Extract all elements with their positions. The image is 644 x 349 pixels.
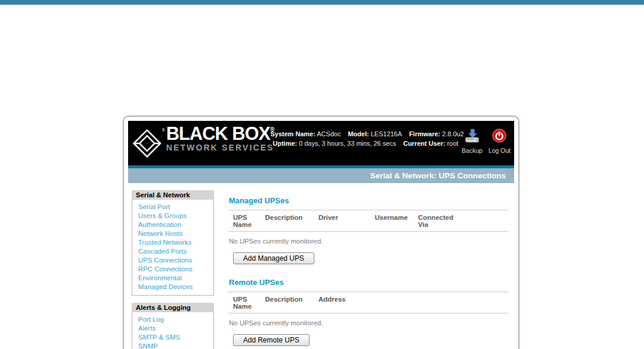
sidebar-section-title: Alerts & Logging: [132, 303, 214, 312]
column-description: Description: [265, 296, 318, 303]
uptime-label: Uptime:: [273, 140, 297, 147]
main-content: Managed UPSes UPS Name Description Drive…: [228, 183, 508, 346]
brand-name: BLACK BOX®: [166, 124, 275, 143]
column-ups-name: UPS Name: [233, 214, 265, 228]
managed-upses-heading: Managed UPSes: [229, 196, 508, 205]
sidebar-item-cascaded-ports[interactable]: Cascaded Ports: [132, 246, 213, 255]
divider: [228, 231, 508, 232]
firmware-label: Firmware:: [409, 130, 441, 137]
sidebar-section-alerts-logging: Alerts & Logging Port Log Alerts SMTP & …: [132, 303, 214, 349]
masthead: ® BLACK BOX® NETWORK SERVICES System Nam…: [128, 121, 514, 165]
brand-diamond-icon: [133, 129, 161, 160]
sidebar-item-smtp-sms[interactable]: SMTP & SMS: [132, 332, 213, 341]
sidebar-section-title: Serial & Network: [132, 190, 214, 200]
page-top-bar: [0, 0, 644, 5]
column-ups-name: UPS Name: [233, 296, 265, 310]
sidebar-item-trusted-networks[interactable]: Trusted Networks: [132, 238, 213, 246]
logout-icon[interactable]: [492, 129, 506, 145]
remote-upses-heading: Remote UPSes: [229, 278, 508, 287]
backup-label: Backup: [462, 147, 483, 154]
column-address: Address: [318, 296, 375, 303]
logout-label: Log Out: [489, 147, 511, 154]
column-connected-via: Connected Via: [418, 214, 460, 228]
sidebar-item-environmental[interactable]: Environmental: [132, 273, 213, 282]
sidebar-item-rpc-connections[interactable]: RPC Connections: [132, 264, 213, 273]
backup-icon[interactable]: [464, 129, 480, 145]
current-user-label: Current User:: [403, 140, 445, 147]
sidebar-item-ups-connections[interactable]: UPS Connections: [132, 255, 213, 264]
model-value: LES1216A: [371, 130, 402, 137]
add-managed-ups-button[interactable]: Add Managed UPS: [233, 252, 314, 264]
system-info-line2: Uptime: 0 days, 3 hours, 33 mins, 26 sec…: [270, 139, 469, 148]
managed-upses-empty-message: No UPSes currently monitored.: [229, 238, 508, 245]
system-name-value: ACSdoc: [317, 130, 340, 137]
sidebar-item-snmp[interactable]: SNMP: [132, 341, 213, 349]
sidebar-item-network-hosts[interactable]: Network Hosts: [132, 229, 213, 238]
sidebar-item-users-groups[interactable]: Users & Groups: [132, 211, 213, 220]
sidebar-item-serial-port[interactable]: Serial Port: [132, 202, 213, 211]
logout-button[interactable]: Log Out: [489, 129, 511, 154]
add-remote-ups-button[interactable]: Add Remote UPS: [233, 334, 310, 346]
sidebar-item-authentication[interactable]: Authentication: [132, 220, 213, 229]
column-username: Username: [375, 214, 418, 221]
brand-tagline: NETWORK SERVICES: [166, 143, 275, 152]
column-driver: Driver: [318, 214, 375, 221]
column-description: Description: [265, 214, 318, 221]
remote-upses-column-headers: UPS Name Description Address: [228, 292, 508, 313]
system-info: System Name: ACSdoc Model: LES1216A Firm…: [270, 129, 469, 148]
page-title: Serial & Network: UPS Connections: [128, 168, 514, 183]
sidebar-item-managed-devices[interactable]: Managed Devices: [132, 282, 213, 291]
backup-button[interactable]: Backup: [462, 129, 483, 154]
remote-upses-empty-message: No UPSes currently monitored.: [229, 319, 508, 326]
system-name-label: System Name:: [270, 130, 315, 137]
managed-upses-column-headers: UPS Name Description Driver Username Con…: [228, 210, 508, 231]
divider: [228, 313, 508, 313]
brand-logo: ® BLACK BOX® NETWORK SERVICES: [133, 124, 275, 160]
system-info-line1: System Name: ACSdoc Model: LES1216A Firm…: [270, 129, 469, 139]
brand-registered-mark: ®: [162, 128, 165, 132]
current-user-value: root: [447, 140, 458, 147]
appliance-window: ® BLACK BOX® NETWORK SERVICES System Nam…: [123, 116, 519, 349]
firmware-value: 2.8.0u2: [442, 130, 464, 137]
sidebar-nav: Serial & Network Serial Port Users & Gro…: [132, 190, 214, 349]
sidebar-item-alerts[interactable]: Alerts: [132, 324, 213, 332]
model-label: Model:: [348, 130, 369, 137]
sidebar-section-serial-network: Serial & Network Serial Port Users & Gro…: [132, 190, 214, 296]
sidebar-item-port-log[interactable]: Port Log: [132, 315, 213, 324]
uptime-value: 0 days, 3 hours, 33 mins, 26 secs: [299, 140, 396, 147]
